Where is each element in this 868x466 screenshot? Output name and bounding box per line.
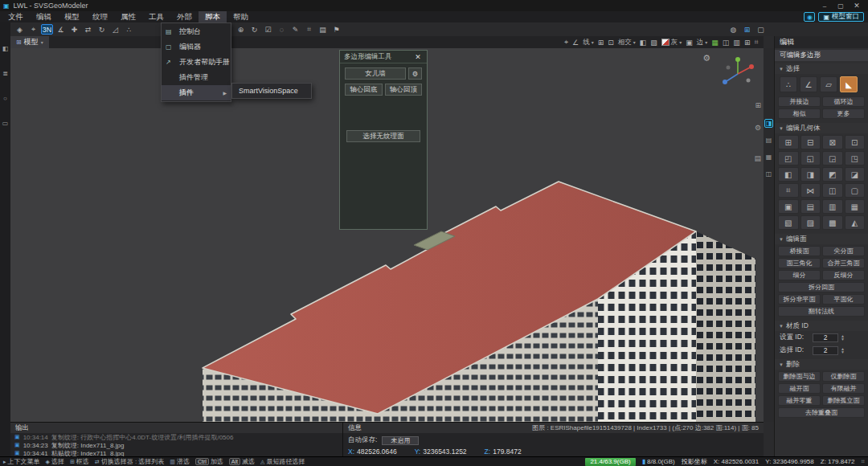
geometry-tool-icon[interactable]: ▤ (800, 199, 821, 214)
face-tool-button[interactable]: 合并三角面 (822, 258, 865, 268)
geometry-tool-icon[interactable]: ⊞ (778, 135, 799, 149)
geometry-tool-icon[interactable]: ⌗ (778, 183, 799, 198)
outline-list-icon[interactable]: ≣ (2, 70, 8, 77)
geometry-tool-icon[interactable]: ◳ (845, 151, 866, 166)
vertex-mode-icon[interactable]: ∴ (780, 76, 797, 92)
tab-model[interactable]: ⊞ 模型 ▾ (10, 36, 49, 48)
viewport-settings-gear-icon[interactable]: ⚙ (702, 53, 710, 63)
snap-3d-icon[interactable]: 3N (41, 24, 53, 35)
set-id-input[interactable]: 2 (813, 333, 838, 342)
orbit-view-icon[interactable]: ↻ (248, 24, 260, 35)
log-line[interactable]: ▣ 10:34:14 复制纹理: 行政中心指挥中心4.0DT-纹理设置/利用插件… (10, 433, 342, 441)
render-mode-icon[interactable]: ◍ (727, 24, 739, 35)
stepper-icon[interactable]: ▲▼ (841, 347, 845, 354)
delete-tool-button[interactable]: 删除孤立面 (822, 395, 865, 406)
draw-icon[interactable]: ✎ (289, 24, 301, 35)
section-edit-face[interactable]: ▼ 编辑面 (775, 234, 868, 244)
delete-tool-button[interactable]: 仅删除面 (822, 371, 865, 382)
viewport-grid-icon[interactable]: ⊞ (755, 101, 761, 109)
geometry-tool-icon[interactable]: ⊠ (822, 135, 843, 149)
rows-view-icon[interactable]: ▥ (733, 39, 740, 47)
minimize-button[interactable]: – (817, 0, 833, 11)
solid-display-icon[interactable]: ▣ (686, 39, 693, 47)
section-grid-icon[interactable]: ⌗ (303, 24, 315, 35)
section-material-id[interactable]: ▼ 材质 ID (775, 321, 868, 331)
script-menu-item[interactable]: ↗ 开发者帮助手册 (162, 55, 231, 70)
coordinate-mode[interactable]: 投影坐标 (682, 457, 707, 466)
message-icon[interactable]: ▭ (2, 120, 9, 127)
selection-button[interactable]: 循环边 (822, 96, 865, 107)
line-mode-icon[interactable]: ∠ (572, 39, 579, 47)
menu-item[interactable]: 工具 (142, 11, 170, 22)
section-selection[interactable]: ▼ 选择 (775, 63, 868, 74)
grid-panel-icon[interactable]: ▦ (764, 153, 773, 161)
section-edit-geometry[interactable]: ▼ 编辑几何体 (775, 123, 868, 133)
grid-snap-icon[interactable]: ⊞ (598, 39, 604, 47)
face-tool-button[interactable]: 桥接面 (778, 246, 821, 256)
geometry-tool-icon[interactable]: ◧ (778, 167, 799, 182)
face-tool-button[interactable]: 翻转法线 (778, 306, 865, 317)
face-tool-button[interactable]: 平面化 (822, 294, 865, 305)
plugin-submenu-item[interactable]: SmartVisionSpace (231, 83, 312, 99)
maximize-button[interactable]: ▢ (833, 0, 849, 11)
geometry-tool-icon[interactable]: ▢ (845, 183, 866, 198)
delete-tool-button[interactable]: 去除重叠面 (778, 407, 865, 418)
geometry-tool-icon[interactable]: ▩ (822, 215, 843, 230)
face-tool-button[interactable]: 尖分面 (822, 246, 865, 256)
viewport-3d[interactable]: ⚙ ⊞ ⚙ ▤ 多边形编辑工具 ✕ 女儿墙 ⚙ 轴心回底 轴心回顶 选择无纹理面 (10, 48, 764, 422)
settings-gear-icon[interactable]: ⚙ (408, 67, 422, 80)
selection-button[interactable]: 相似 (778, 108, 821, 119)
scale-tool-icon[interactable]: ◿ (109, 24, 121, 35)
delete-tool-button[interactable]: 融并零重 (778, 395, 821, 406)
pivot-to-top-button[interactable]: 轴心回顶 (385, 84, 423, 96)
menu-item[interactable]: 纹理 (86, 11, 114, 22)
geometry-tool-icon[interactable]: ◲ (822, 151, 843, 166)
geometry-tool-icon[interactable]: ◪ (845, 167, 866, 182)
pick-target-icon[interactable]: ⌖ (27, 24, 39, 35)
texture-grid-icon[interactable]: ▦ (711, 39, 719, 47)
split-panel-icon[interactable]: ◫ (764, 170, 773, 178)
viewport-gear-icon[interactable]: ⚙ (755, 124, 761, 132)
face-tool-button[interactable]: 拆分非平面 (778, 294, 821, 305)
selection-button[interactable]: 并接边 (778, 96, 821, 107)
select-untextured-faces-button[interactable]: 选择无纹理面 (346, 130, 420, 142)
dock-right-icon[interactable]: ◨ (764, 119, 773, 128)
edge-display-dropdown[interactable]: 边 ▾ (697, 38, 708, 47)
geometry-tool-icon[interactable]: ▨ (800, 215, 821, 230)
lock-icon[interactable]: ◈ (14, 24, 26, 35)
split-view-icon[interactable]: ◫ (723, 39, 730, 47)
script-menu-item[interactable]: ▤ 控制台 (162, 24, 231, 39)
viewport-layers-icon[interactable]: ▤ (754, 154, 761, 162)
geometry-tool-icon[interactable]: ▦ (845, 199, 866, 214)
face-tool-button[interactable]: 反细分 (822, 270, 865, 280)
geometry-tool-icon[interactable]: ◰ (778, 151, 799, 166)
layer-stack-icon[interactable]: ▤ (317, 24, 329, 35)
geometry-tool-icon[interactable]: ⊟ (800, 135, 821, 149)
rotate-tool-icon[interactable]: ↻ (96, 24, 108, 35)
snap-center-icon[interactable]: ⌖ (564, 38, 568, 47)
close-icon[interactable]: ✕ (413, 53, 423, 61)
menu-item[interactable]: 外部 (170, 11, 199, 22)
geometry-tool-icon[interactable]: ◩ (822, 167, 843, 182)
box-snap-icon[interactable]: ⊡ (608, 39, 614, 47)
dock-left-icon[interactable]: ◧ (2, 45, 9, 52)
snap-points-icon[interactable]: ∴ (123, 24, 135, 35)
log-line[interactable]: ▣ 10:34:23 复制纹理: Index711_8.jpg (10, 441, 342, 449)
parapet-button[interactable]: 女儿墙 (345, 67, 406, 80)
geometry-tool-icon[interactable]: ◫ (822, 183, 843, 198)
geometry-tool-icon[interactable]: ▧ (778, 215, 799, 230)
color-mode-dropdown[interactable]: 灰 ▾ (661, 38, 682, 47)
shade-half-icon[interactable]: ◧ (640, 39, 647, 47)
stepper-icon[interactable]: ▲▼ (841, 334, 845, 341)
grid-toggle-icon[interactable]: ⊞ (741, 24, 753, 35)
face-tool-button[interactable]: 面三角化 (778, 258, 821, 268)
menu-item[interactable]: 文件 (2, 11, 30, 22)
geometry-tool-icon[interactable]: ◱ (800, 151, 821, 166)
validate-icon[interactable]: ☑ (262, 24, 274, 35)
select-id-input[interactable]: 2 (813, 346, 838, 355)
border-mode-icon[interactable]: ▱ (820, 76, 837, 92)
move-tool-icon[interactable]: ✚ (68, 24, 80, 35)
flag-icon[interactable]: ⚑ (330, 24, 342, 35)
search-icon[interactable]: ○ (3, 95, 7, 102)
intersect-dropdown[interactable]: 相交 ▾ (618, 38, 636, 47)
